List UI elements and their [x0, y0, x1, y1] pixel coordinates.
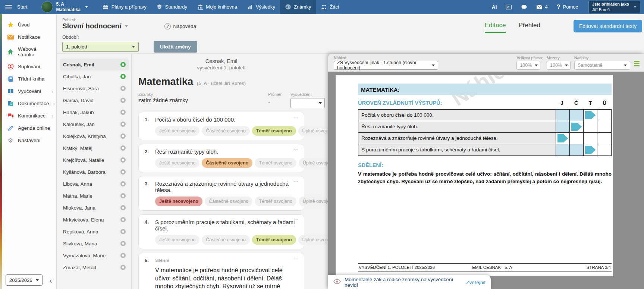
doc-footer-left: VYSVĚDČENÍ 1. POLOLETÍ 2025/2026 [359, 265, 472, 270]
status-dot-icon [120, 133, 126, 139]
document-viewport[interactable]: Náhled MATEMATIKA: ÚROVEŇ ZVLÁDNUTÍ VÝST… [328, 72, 644, 289]
hamburger-menu-icon[interactable] [5, 5, 12, 9]
student-row[interactable]: Krejčířová, Natálie [60, 154, 129, 166]
student-row[interactable]: Libova, Anna [60, 178, 129, 190]
nav-item-znamky[interactable]: A+ Známky [280, 0, 316, 14]
doc-outputs-table: Počítá v oboru čísel do 100 000. Řeší ro… [358, 109, 612, 156]
scale-option[interactable]: Téměř osvojeno [255, 158, 296, 168]
class-avatar[interactable] [41, 1, 53, 13]
ai-button[interactable]: AI [491, 4, 497, 10]
doc-table-row: Rozeznává a znázorňuje rovinné útvary a … [358, 132, 611, 144]
help-link[interactable]: ? Nápověda [164, 23, 196, 29]
student-row[interactable]: Repiková, Anna [60, 226, 129, 238]
sidebar-item-komunikace[interactable]: Komunikace › [2, 110, 56, 122]
help-button[interactable]: ? Pomoc [557, 4, 578, 10]
sidebar-item-label: Nastavení [18, 138, 41, 143]
sidebar-item-tridni-kniha[interactable]: Třídní kniha [2, 73, 56, 85]
nav-item-standardy[interactable]: Standardy [151, 0, 192, 14]
doc-row-text: Řeší rozmanité typy úloh. [358, 121, 556, 132]
preview-menu-icon[interactable] [634, 61, 640, 66]
tab-prehled[interactable]: Přehled [518, 22, 540, 33]
view-caret-icon[interactable] [125, 25, 128, 27]
period-select[interactable]: 1. pololetí [62, 42, 139, 52]
sidebar-item-vyucovani[interactable]: Vyučování › [2, 85, 56, 97]
student-row[interactable]: Zmazal, Metod [60, 261, 129, 273]
nav-item-zaci[interactable]: Žáci [316, 0, 344, 14]
student-row[interactable]: Cibulka, Jan [60, 70, 129, 82]
user-menu[interactable]: Jste přihlášen jako Jiří Bureš [588, 1, 640, 13]
scale-option[interactable]: Úplně osvojeno [298, 235, 330, 245]
scale-option-selected[interactable]: Téměř osvojeno [252, 235, 296, 245]
tab-editace[interactable]: Editace [485, 22, 506, 33]
student-row[interactable]: Mrkvickova, Elena [60, 214, 129, 226]
note-label: Sdělení [155, 258, 169, 263]
caret-down-icon [624, 65, 627, 66]
edit-standard-texts-button[interactable]: Editovat standardní texty [574, 20, 642, 32]
cast-icon[interactable] [506, 4, 512, 10]
note-text[interactable]: V matematice je potřeba hodně procvičova… [155, 266, 297, 289]
save-button[interactable]: Uložit změny [154, 41, 197, 53]
scale-option[interactable]: Úplně osvojeno [299, 158, 329, 168]
student-row[interactable]: Matna, Marie [60, 190, 129, 202]
student-row[interactable]: Cesnak, Emil [60, 59, 129, 70]
student-name: Libova, Anna [63, 181, 92, 187]
view-selector[interactable]: Slovní hodnocení [62, 22, 121, 30]
scale-option[interactable]: Úplně osvojeno [298, 126, 330, 136]
sidebar-item-notifikace[interactable]: Notifikace [2, 31, 56, 43]
scale-option[interactable]: Ještě neosvojeno [155, 158, 200, 168]
scale-option-selected[interactable]: Částečně osvojeno [202, 158, 252, 168]
student-name: Kolejková, Kristýna [63, 133, 106, 139]
sidebar-item-dokumentace[interactable]: Dokumentace › [2, 97, 56, 110]
student-row[interactable]: Kolejková, Kristýna [60, 130, 129, 142]
nav-item-label: Standardy [165, 4, 187, 10]
scale-option[interactable]: Částečně osvojeno [205, 197, 252, 206]
gear-icon: ⚙ [7, 137, 14, 144]
scale-option[interactable]: Téměř osvojeno [255, 197, 296, 206]
scale-option-selected[interactable]: Téměř osvojeno [252, 126, 296, 136]
scale-option[interactable]: Ještě neosvojeno [155, 235, 200, 245]
nav-item-knihovna[interactable]: Moje knihovna [192, 0, 242, 14]
card-menu-icon[interactable]: ⋯ [293, 114, 299, 120]
doc-row-text: S porozuměním pracuje s tabulkami, schém… [358, 144, 556, 156]
card-menu-icon[interactable]: ⋯ [293, 255, 299, 261]
template-select[interactable]: ZŠ Vysvědčení jinak - 1.stupeň (slovni h… [334, 61, 438, 70]
font-size-select[interactable]: 100% [516, 61, 540, 70]
sidebar-item-nastaveni[interactable]: ⚙ Nastavení [2, 134, 56, 147]
student-row[interactable]: Kalousek, Jan [60, 118, 129, 130]
card-menu-icon[interactable]: ⋯ [293, 178, 299, 185]
student-row[interactable]: Krátký, Matěj [60, 142, 129, 154]
report-grade-select[interactable] [290, 98, 325, 108]
sidebar-item-agenda[interactable]: Agenda online [2, 122, 56, 134]
nav-item-plany[interactable]: Plány a přípravy [98, 0, 151, 14]
mail-button[interactable]: 4 [536, 4, 547, 10]
card-menu-icon[interactable]: ⋯ [293, 146, 299, 153]
sidebar-item-uvod[interactable]: Úvod [2, 19, 56, 31]
student-row[interactable]: Hanák, Jakub [60, 106, 129, 118]
sidebar-item-web[interactable]: Webová stránka [2, 43, 56, 60]
publish-link[interactable]: Zveřejnit [466, 280, 486, 285]
headings-select[interactable]: Samostatně [574, 61, 630, 70]
class-caret-icon[interactable] [85, 6, 88, 8]
sidebar-item-suplovani[interactable]: Suplování [2, 60, 56, 73]
card-menu-icon[interactable]: ⋯ [293, 216, 299, 223]
chat-icon[interactable] [521, 4, 527, 10]
spacing-select[interactable]: 100% [547, 61, 571, 70]
collapse-sidebar-icon[interactable]: ‹ [49, 276, 52, 284]
class-selector[interactable]: 5. A Matematika [56, 1, 80, 12]
student-row[interactable]: Kyliánová, Barbora [60, 166, 129, 178]
scale-option[interactable]: Částečně osvojeno [202, 235, 249, 245]
nav-item-vysledky[interactable]: Výsledky [242, 0, 280, 14]
student-name: Elsnerová, Sára [63, 86, 99, 91]
nav-start[interactable]: Start [17, 4, 27, 10]
scale-option-selected[interactable]: Ještě neosvojeno [155, 197, 202, 206]
student-row[interactable]: Garcia, David [60, 94, 129, 106]
scale-option[interactable]: Ještě neosvojeno [155, 126, 200, 136]
student-row[interactable]: Slivkova, Maria [60, 238, 129, 249]
student-row[interactable]: Vymazalová, Marie [60, 249, 129, 261]
scale-option[interactable]: Částečně osvojeno [202, 126, 249, 136]
scale-option[interactable]: Úplně osvojeno [299, 197, 329, 206]
school-year-select[interactable]: 2025/2026 [6, 274, 43, 286]
student-row[interactable]: Elsnerová, Sára [60, 82, 129, 94]
student-row[interactable]: Mlokova, Jana [60, 202, 129, 214]
assessment-card: ⋯ 2.Řeší rozmanité typy úloh. Ještě neos… [138, 144, 304, 172]
